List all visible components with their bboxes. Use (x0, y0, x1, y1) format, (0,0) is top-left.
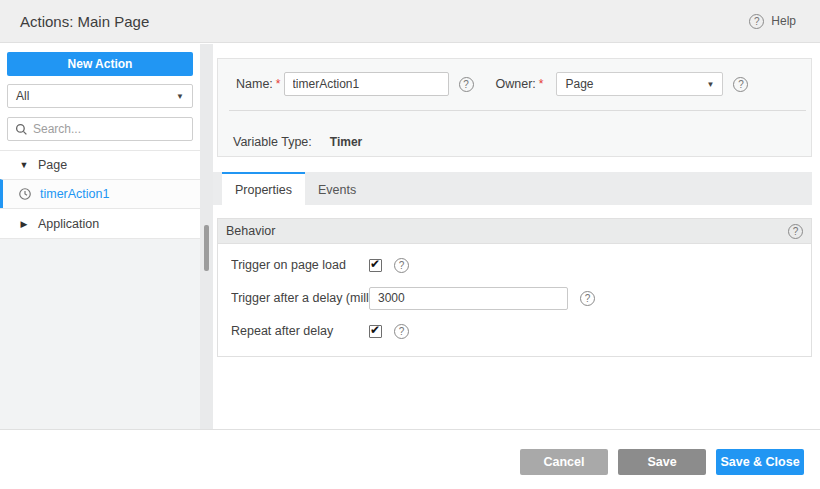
tab-events[interactable]: Events (305, 172, 369, 205)
owner-select[interactable]: Page ▼ (556, 72, 723, 96)
owner-select-value: Page (565, 77, 593, 91)
tree-item-timeraction1[interactable]: timerAction1 (0, 179, 200, 208)
required-marker: * (276, 77, 281, 91)
name-label: Name: (236, 77, 273, 91)
behavior-help-icon[interactable]: ? (788, 224, 803, 239)
repeat-after-delay-checkbox[interactable] (369, 325, 382, 338)
behavior-section: Behavior ? Trigger on page load ? Trigge… (217, 218, 812, 357)
tree-item-label: timerAction1 (40, 187, 109, 201)
trigger-delay-label: Trigger after a delay (millisec… (231, 291, 369, 305)
repeat-after-delay-row: Repeat after delay ? (231, 319, 811, 343)
search-icon (15, 123, 28, 136)
page-title: Actions: Main Page (20, 13, 149, 30)
trigger-on-page-load-row: Trigger on page load ? (231, 253, 811, 277)
owner-help-icon[interactable]: ? (733, 77, 748, 92)
variable-type-row: Variable Type: Timer (233, 135, 362, 149)
timer-clock-icon (18, 187, 32, 201)
behavior-title: Behavior (226, 224, 275, 238)
dialog-header: Actions: Main Page ? Help (0, 0, 820, 43)
cancel-button[interactable]: Cancel (520, 449, 608, 475)
action-form: Name: * ? Owner: * Page ▼ ? Variable Typ… (217, 58, 812, 157)
tab-bar: Properties Events (213, 172, 812, 205)
owner-label: Owner: (496, 77, 536, 91)
form-divider (229, 110, 806, 111)
scrollbar-thumb[interactable] (204, 225, 209, 271)
expand-arrow-icon[interactable] (18, 219, 30, 229)
required-marker: * (539, 77, 544, 91)
search-box (7, 117, 193, 141)
help-label: Help (771, 14, 796, 28)
tree-item-application[interactable]: Application (0, 208, 200, 239)
new-action-button[interactable]: New Action (7, 52, 193, 76)
tab-properties[interactable]: Properties (222, 172, 305, 205)
search-input[interactable] (33, 122, 185, 136)
variable-type-value: Timer (330, 135, 362, 149)
repeat-after-delay-help-icon[interactable]: ? (394, 324, 409, 339)
help-icon: ? (749, 14, 764, 29)
actions-tree: Page timerAction1 Application (0, 150, 200, 239)
save-button[interactable]: Save (618, 449, 706, 475)
name-input[interactable] (284, 72, 449, 96)
name-owner-row: Name: * ? Owner: * Page ▼ ? (218, 72, 811, 96)
actions-dialog: Actions: Main Page ? Help New Action All… (0, 0, 820, 489)
behavior-header: Behavior ? (218, 219, 811, 244)
trigger-on-page-load-checkbox[interactable] (369, 259, 382, 272)
collapse-arrow-icon[interactable] (18, 160, 30, 170)
variable-type-label: Variable Type: (233, 135, 312, 149)
trigger-delay-help-icon[interactable]: ? (580, 291, 595, 306)
chevron-down-icon: ▼ (707, 80, 715, 89)
main-panel: Name: * ? Owner: * Page ▼ ? Variable Typ… (213, 44, 820, 429)
repeat-after-delay-label: Repeat after delay (231, 324, 369, 338)
trigger-on-page-load-label: Trigger on page load (231, 258, 369, 272)
save-and-close-button[interactable]: Save & Close (716, 449, 804, 475)
chevron-down-icon: ▼ (176, 92, 184, 101)
sidebar-empty-area (0, 239, 200, 429)
sidebar: New Action All ▼ Page (0, 44, 200, 429)
tree-item-label: Application (38, 217, 99, 231)
help-button[interactable]: ? Help (749, 14, 796, 29)
trigger-delay-row: Trigger after a delay (millisec… ? (231, 286, 811, 310)
filter-select-value: All (16, 89, 29, 103)
tree-item-label: Page (38, 158, 67, 172)
name-help-icon[interactable]: ? (459, 77, 474, 92)
filter-select[interactable]: All ▼ (7, 84, 193, 108)
tree-item-page[interactable]: Page (0, 150, 200, 179)
trigger-on-page-load-help-icon[interactable]: ? (394, 258, 409, 273)
dialog-footer: Cancel Save Save & Close (0, 429, 820, 489)
trigger-delay-input[interactable] (369, 287, 568, 310)
sidebar-scrollbar[interactable] (200, 44, 213, 429)
